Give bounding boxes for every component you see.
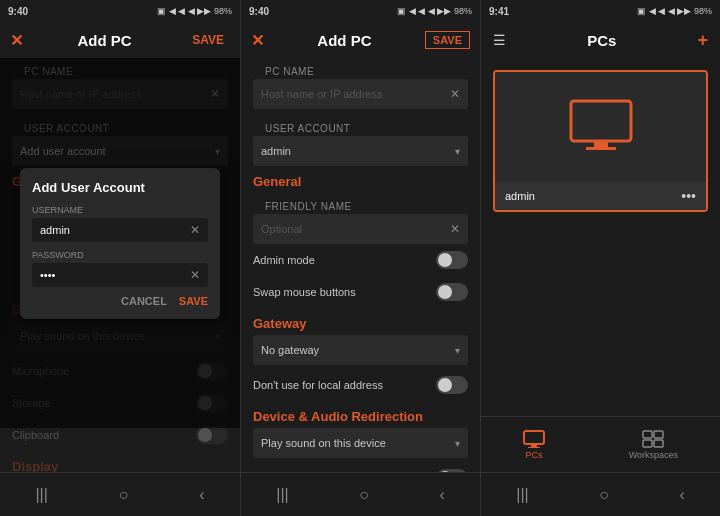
clipboard-toggle-1: [196, 426, 228, 444]
clear-username[interactable]: ✕: [190, 223, 200, 237]
dialog-password-label: PASSWORD: [32, 250, 208, 260]
user-account-dropdown-2[interactable]: admin ▾: [253, 136, 468, 166]
clear-password[interactable]: ✕: [190, 268, 200, 282]
add-pc-button[interactable]: +: [697, 30, 708, 51]
nav-home-1[interactable]: ○: [119, 486, 129, 504]
nav-back-3[interactable]: ‹: [679, 486, 684, 504]
device-audio-heading-2: Device & Audio Redirection: [241, 401, 480, 428]
tab-pcs[interactable]: PCs: [523, 430, 545, 460]
status-icons-3: ▣ ◀ ◀ ◀ ▶▶ 98%: [637, 6, 712, 16]
overlay-dim: Add User Account USERNAME ✕ PASSWORD ✕ C…: [0, 58, 240, 428]
status-icons-1: ▣ ◀ ◀ ◀ ▶▶ 98%: [157, 6, 232, 16]
display-heading-1: Display: [0, 451, 240, 472]
dialog-password-input[interactable]: ✕: [32, 263, 208, 287]
pcs-header: ☰ PCs +: [481, 22, 720, 58]
nav-menu-2[interactable]: |||: [276, 486, 288, 504]
dialog-title: Add User Account: [32, 180, 208, 195]
password-field[interactable]: [40, 269, 190, 281]
pc-card-menu[interactable]: •••: [681, 188, 696, 204]
admin-mode-row: Admin mode: [241, 244, 480, 276]
bottom-tabs: PCs Workspaces: [481, 416, 720, 472]
dont-use-local-toggle[interactable]: [436, 376, 468, 394]
status-icons-2: ▣ ◀ ◀ ◀ ▶▶ 98%: [397, 6, 472, 16]
workspaces-tab-label: Workspaces: [629, 450, 678, 460]
status-time-1: 9:40: [8, 6, 28, 17]
svg-rect-0: [571, 101, 631, 141]
dialog-cancel-button[interactable]: CANCEL: [121, 295, 167, 307]
save-button-1[interactable]: SAVE: [186, 31, 230, 49]
swap-mouse-row: Swap mouse buttons: [241, 276, 480, 308]
gateway-heading: Gateway: [241, 308, 480, 335]
panel-add-pc: 9:40 ▣ ◀ ◀ ◀ ▶▶ 98% ✕ Add PC SAVE PC NAM…: [240, 0, 480, 516]
panel-add-pc-dialog: 9:40 ▣ ◀ ◀ ◀ ▶▶ 98% ✕ Add PC SAVE PC NAM…: [0, 0, 240, 516]
add-user-dialog: Add User Account USERNAME ✕ PASSWORD ✕ C…: [20, 168, 220, 319]
svg-rect-7: [654, 431, 663, 438]
clear-pc-name-2[interactable]: ✕: [450, 87, 460, 101]
dont-use-local-row: Don't use for local address: [241, 369, 480, 401]
panel3-scroll: admin •••: [481, 58, 720, 416]
dialog-username-input[interactable]: ✕: [32, 218, 208, 242]
hamburger-icon[interactable]: ☰: [493, 32, 506, 48]
panel-pcs: 9:41 ▣ ◀ ◀ ◀ ▶▶ 98% ☰ PCs + admin •••: [480, 0, 720, 516]
nav-back-2[interactable]: ‹: [439, 486, 444, 504]
workspaces-tab-icon: [642, 430, 664, 448]
nav-bar-3: ||| ○ ‹: [481, 472, 720, 516]
close-button-2[interactable]: ✕: [251, 31, 264, 50]
user-account-group-2: USER ACCOUNT admin ▾: [241, 115, 480, 166]
clear-friendly-name[interactable]: ✕: [450, 222, 460, 236]
svg-rect-1: [594, 141, 608, 147]
nav-home-3[interactable]: ○: [599, 486, 609, 504]
general-heading-2: General: [241, 166, 480, 193]
microphone-row-2: Microphone: [241, 462, 480, 472]
nav-bar-1: ||| ○ ‹: [0, 472, 240, 516]
panel2-title: Add PC: [264, 32, 425, 49]
save-button-2[interactable]: SAVE: [425, 31, 470, 49]
panel2-scroll: PC NAME Host name or IP address ✕ USER A…: [241, 58, 480, 472]
nav-menu-1[interactable]: |||: [35, 486, 47, 504]
pc-name-input-2[interactable]: Host name or IP address ✕: [253, 79, 468, 109]
user-account-label-2: USER ACCOUNT: [253, 119, 468, 136]
svg-rect-5: [528, 447, 540, 448]
pcs-tab-label: PCs: [525, 450, 542, 460]
svg-rect-8: [643, 440, 652, 447]
close-button-1[interactable]: ✕: [10, 31, 23, 50]
friendly-name-group-2: FRIENDLY NAME Optional ✕: [241, 193, 480, 244]
nav-back-1[interactable]: ‹: [199, 486, 204, 504]
pc-card[interactable]: admin •••: [493, 70, 708, 212]
top-bar-2: ✕ Add PC SAVE: [241, 22, 480, 58]
nav-menu-3[interactable]: |||: [516, 486, 528, 504]
microphone-toggle-2[interactable]: [436, 469, 468, 472]
svg-rect-2: [586, 147, 616, 150]
dialog-save-button[interactable]: SAVE: [179, 295, 208, 307]
gateway-arrow: ▾: [455, 345, 460, 356]
panel1-title: Add PC: [23, 32, 186, 49]
tab-workspaces[interactable]: Workspaces: [629, 430, 678, 460]
top-bar-1: ✕ Add PC SAVE: [0, 22, 240, 58]
play-sound-arrow: ▾: [455, 438, 460, 449]
swap-mouse-toggle[interactable]: [436, 283, 468, 301]
pcs-tab-icon: [523, 430, 545, 448]
pc-card-name: admin: [505, 190, 535, 202]
panel1-content: PC NAME Host name or IP address ✕ USER A…: [0, 58, 240, 472]
status-time-3: 9:41: [489, 6, 509, 17]
svg-rect-9: [654, 440, 663, 447]
admin-mode-toggle[interactable]: [436, 251, 468, 269]
play-sound-dropdown-2[interactable]: Play sound on this device ▾: [253, 428, 468, 458]
dropdown-arrow-2: ▾: [455, 146, 460, 157]
pc-card-image: [495, 72, 706, 182]
monitor-svg: [566, 97, 636, 157]
friendly-name-label-2: FRIENDLY NAME: [253, 197, 468, 214]
status-bar-2: 9:40 ▣ ◀ ◀ ◀ ▶▶ 98%: [241, 0, 480, 22]
gateway-dropdown[interactable]: No gateway ▾: [253, 335, 468, 365]
username-field[interactable]: [40, 224, 190, 236]
status-bar-3: 9:41 ▣ ◀ ◀ ◀ ▶▶ 98%: [481, 0, 720, 22]
nav-bar-2: ||| ○ ‹: [241, 472, 480, 516]
status-bar-1: 9:40 ▣ ◀ ◀ ◀ ▶▶ 98%: [0, 0, 240, 22]
dialog-buttons: CANCEL SAVE: [32, 295, 208, 307]
dialog-username-label: USERNAME: [32, 205, 208, 215]
pc-card-footer: admin •••: [495, 182, 706, 210]
pc-name-group-2: PC NAME Host name or IP address ✕: [241, 58, 480, 109]
friendly-name-input[interactable]: Optional ✕: [253, 214, 468, 244]
pcs-title: PCs: [506, 32, 697, 49]
nav-home-2[interactable]: ○: [359, 486, 369, 504]
